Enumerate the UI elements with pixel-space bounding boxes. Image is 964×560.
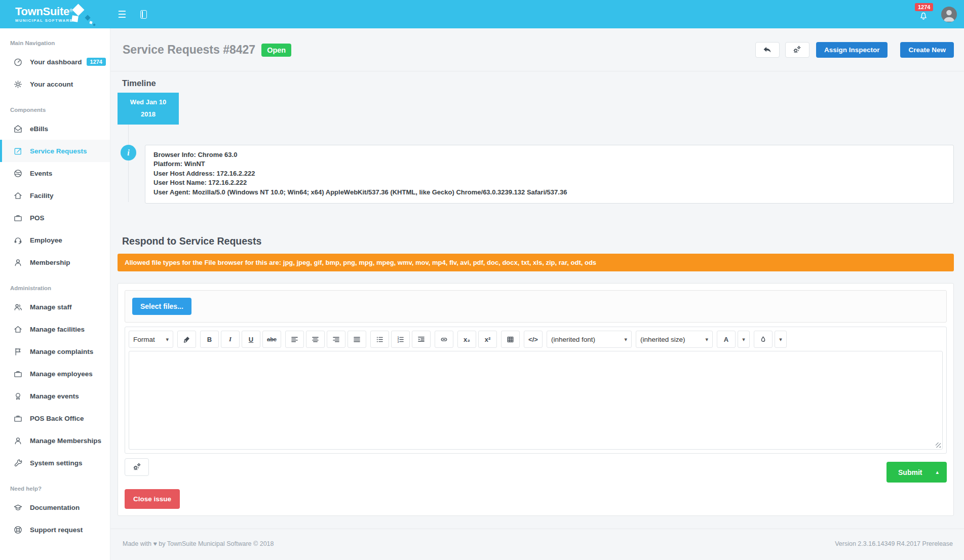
sidebar-item-label: Manage facilities xyxy=(30,326,85,333)
user-icon xyxy=(12,436,23,446)
sidebar-item-manage-events[interactable]: Manage events xyxy=(0,385,110,407)
table-button[interactable] xyxy=(501,331,520,348)
brand-subtitle: MUNICIPAL SOFTWARE xyxy=(15,18,73,23)
font-family-dropdown[interactable]: (inherited font) ▾ xyxy=(547,331,632,348)
code-button[interactable]: </> xyxy=(524,331,543,348)
editor-content-area[interactable] xyxy=(129,351,943,450)
timeline-section: Timeline Wed Jan 10 2018 i Browser Info:… xyxy=(110,71,964,204)
navbar-right: 1274 xyxy=(914,0,964,28)
timeline-line xyxy=(128,122,129,202)
brand-diamond xyxy=(93,23,96,26)
italic-button[interactable]: I xyxy=(221,331,240,348)
sidebar-item-manage-complaints[interactable]: Manage complaints xyxy=(0,340,110,363)
brand-diamond xyxy=(71,15,79,22)
home-icon xyxy=(12,191,23,201)
sidebar-item-membership[interactable]: Membership xyxy=(0,251,110,273)
mobile-view-button[interactable] xyxy=(133,0,154,28)
sidebar-item-label: POS xyxy=(30,214,45,222)
submit-button[interactable]: Submit ▴ xyxy=(886,462,947,483)
sidebar-item-events[interactable]: Events xyxy=(0,162,110,184)
select-files-button[interactable]: Select files... xyxy=(132,298,191,315)
brand-diamond xyxy=(89,21,92,24)
sidebar-item-support-request[interactable]: Support request xyxy=(0,518,110,541)
graduation-cap-icon xyxy=(12,503,23,512)
sidebar-section-components: Components xyxy=(0,95,110,117)
strikethrough-button[interactable]: abc xyxy=(262,331,281,348)
footer-version: Version 2.3.16.14349 R4.2017 Prerelease xyxy=(835,540,953,560)
sidebar-item-manage-facilities[interactable]: Manage facilities xyxy=(0,318,110,340)
sidebar-item-your-dashboard[interactable]: Your dashboard 1274 xyxy=(0,51,110,73)
app-root: TownSuite® MUNICIPAL SOFTWARE ☰ 1274 xyxy=(0,0,964,560)
background-color-caret-button[interactable]: ▾ xyxy=(775,331,787,348)
bullet-list-button[interactable] xyxy=(370,331,389,348)
text-color-button[interactable]: A xyxy=(717,331,736,348)
header-settings-button[interactable] xyxy=(785,42,809,58)
align-right-button[interactable] xyxy=(327,331,345,348)
sidebar-item-documentation[interactable]: Documentation xyxy=(0,496,110,518)
resize-handle[interactable] xyxy=(936,443,941,448)
platform-line: Platform: WinNT xyxy=(153,159,945,169)
page-title: Service Requests #8427 xyxy=(123,43,255,57)
sidebar-item-manage-staff[interactable]: Manage staff xyxy=(0,296,110,318)
sidebar-item-service-requests[interactable]: Service Requests xyxy=(0,140,110,162)
svg-text:3: 3 xyxy=(398,340,399,343)
brand-name: TownSuite xyxy=(15,5,69,18)
sidebar-toggle-button[interactable]: ☰ xyxy=(110,0,133,28)
user-host-address-line: User Host Address: 172.16.2.222 xyxy=(153,169,945,178)
bold-button[interactable]: B xyxy=(200,331,219,348)
sidebar-item-pos-back-office[interactable]: POS Back Office xyxy=(0,407,110,429)
brand-logo[interactable]: TownSuite® MUNICIPAL SOFTWARE xyxy=(0,0,110,28)
sidebar-item-manage-employees[interactable]: Manage employees xyxy=(0,363,110,385)
user-host-name-line: User Host Name: 172.16.2.222 xyxy=(153,178,945,187)
format-dropdown[interactable]: Format ▾ xyxy=(129,331,173,348)
align-justify-icon xyxy=(353,336,361,343)
life-ring-icon xyxy=(12,525,23,535)
person-icon xyxy=(941,7,957,22)
align-left-icon xyxy=(291,336,298,343)
text-color-caret-button[interactable]: ▾ xyxy=(738,331,750,348)
numbered-list-button[interactable]: 123 xyxy=(391,331,410,348)
main-content: Service Requests #8427 Open Assign Inspe… xyxy=(110,28,964,560)
briefcase-icon xyxy=(12,369,23,379)
sidebar-section-need-help: Need help? xyxy=(0,474,110,496)
indent-icon xyxy=(417,336,425,343)
sidebar-item-system-settings[interactable]: System settings xyxy=(0,452,110,474)
align-justify-button[interactable] xyxy=(348,331,366,348)
gears-icon xyxy=(132,462,142,472)
sidebar-item-pos[interactable]: POS xyxy=(0,207,110,229)
superscript-button[interactable]: x² xyxy=(478,331,497,348)
sidebar-item-label: Manage staff xyxy=(30,303,72,311)
align-left-button[interactable] xyxy=(285,331,304,348)
sidebar-item-facility[interactable]: Facility xyxy=(0,184,110,207)
form-settings-button[interactable] xyxy=(125,458,149,476)
avatar[interactable] xyxy=(941,7,957,22)
timeline-heading: Timeline xyxy=(118,78,954,88)
indent-button[interactable] xyxy=(412,331,431,348)
undo-button[interactable] xyxy=(755,42,780,58)
briefcase-icon xyxy=(12,213,23,223)
sidebar-item-label: Membership xyxy=(30,259,70,266)
remove-format-button[interactable] xyxy=(177,331,196,348)
close-issue-button[interactable]: Close issue xyxy=(125,489,180,509)
sidebar-item-ebills[interactable]: eBills xyxy=(0,117,110,140)
sidebar-item-manage-memberships[interactable]: Manage Memberships xyxy=(0,429,110,452)
request-info-box: Browser Info: Chrome 63.0 Platform: WinN… xyxy=(145,145,954,204)
underline-button[interactable]: U xyxy=(242,331,260,348)
sidebar-item-label: Support request xyxy=(30,526,83,534)
status-badge: Open xyxy=(261,44,291,57)
assign-inspector-button[interactable]: Assign Inspector xyxy=(816,42,888,58)
font-size-dropdown[interactable]: (inherited size) ▾ xyxy=(636,331,713,348)
sidebar-item-your-account[interactable]: Your account xyxy=(0,73,110,95)
subscript-button[interactable]: x₂ xyxy=(457,331,476,348)
sidebar-item-employee[interactable]: Employee xyxy=(0,229,110,251)
dashboard-count-badge: 1274 xyxy=(87,58,106,66)
droplet-icon xyxy=(759,336,767,343)
respond-form-panel: Select files... Format ▾ xyxy=(118,283,954,516)
notifications-button[interactable]: 1274 xyxy=(914,0,936,28)
background-color-button[interactable] xyxy=(754,331,773,348)
link-button[interactable] xyxy=(435,331,453,348)
align-center-button[interactable] xyxy=(306,331,325,348)
file-dropzone[interactable]: Select files... xyxy=(125,290,947,323)
create-new-button[interactable]: Create New xyxy=(900,42,954,58)
top-navbar: TownSuite® MUNICIPAL SOFTWARE ☰ 1274 xyxy=(0,0,964,28)
